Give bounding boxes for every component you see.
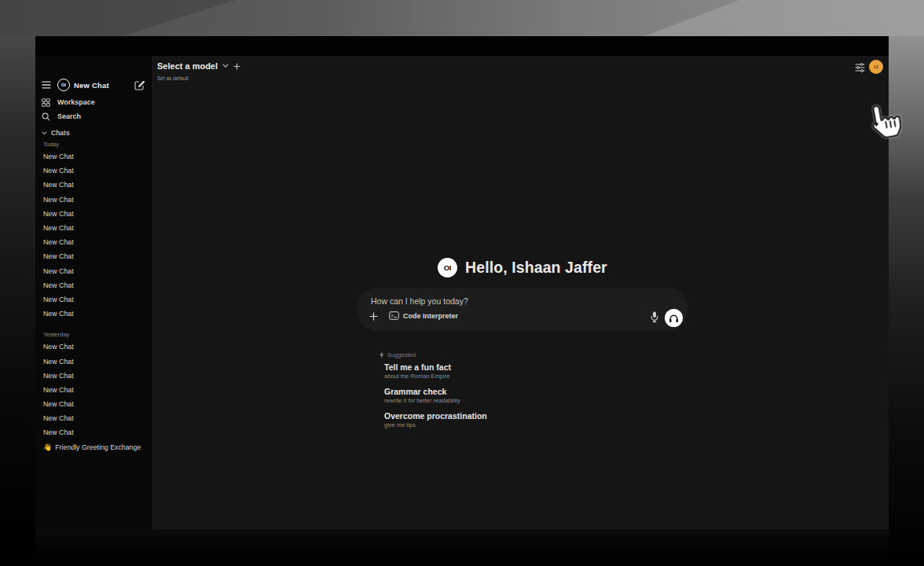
suggested-prompt-subtitle: rewrite it for better readability <box>384 397 487 404</box>
chat-group-label: Today <box>35 139 152 149</box>
chat-list-item[interactable]: New Chat <box>35 164 152 178</box>
dictate-button[interactable] <box>649 310 659 323</box>
suggested-prompt[interactable]: Grammar check rewrite it for better read… <box>384 387 487 404</box>
chat-list-item[interactable]: New Chat <box>35 307 152 321</box>
workspace-label: Workspace <box>57 98 95 106</box>
suggested-prompt-subtitle: give me tips <box>384 421 487 428</box>
suggested-prompt[interactable]: Overcome procrastination give me tips <box>384 411 487 428</box>
code-interpreter-toggle[interactable]: Code Interpreter <box>383 309 464 322</box>
composer-placeholder[interactable]: How can I help you today? <box>371 296 468 306</box>
workspace-grid-icon <box>42 98 50 107</box>
attach-button[interactable] <box>368 311 379 322</box>
app-titlebar <box>35 36 889 56</box>
chat-list-item[interactable]: New Chat <box>35 193 152 207</box>
chat-list-item[interactable]: New Chat <box>35 235 152 249</box>
chevron-down-icon <box>222 64 229 68</box>
chat-list-item[interactable]: New Chat <box>35 425 152 439</box>
desktop-background-left <box>0 36 35 566</box>
bolt-icon <box>380 351 384 358</box>
suggested-prompt[interactable]: Tell me a fun fact about the Roman Empir… <box>384 362 487 380</box>
plus-icon <box>369 312 378 321</box>
main-area: Select a model Set as default IJ <box>152 56 889 529</box>
chat-list-item[interactable]: New Chat <box>35 411 152 425</box>
suggested-prompt-subtitle: about the Roman Empire <box>384 373 487 380</box>
chat-list-item[interactable]: New Chat <box>35 149 152 164</box>
named-chat-label: Friendly Greeting Exchange <box>55 443 141 451</box>
terminal-icon <box>389 311 399 320</box>
add-model-icon[interactable] <box>233 63 240 70</box>
sidebar-title: New Chat <box>74 81 109 90</box>
voice-call-button[interactable] <box>665 309 683 327</box>
new-chat-button[interactable] <box>133 79 145 91</box>
chat-list-item[interactable]: New Chat <box>35 207 152 221</box>
headphones-icon <box>669 314 679 323</box>
chat-list-item[interactable]: New Chat <box>35 292 152 307</box>
app-logo-icon: OI <box>438 258 457 277</box>
search-icon <box>42 112 50 121</box>
sidebar: OI New Chat Workspace <box>35 56 152 529</box>
app-window: OI New Chat Workspace <box>35 36 889 529</box>
wave-emoji: 👋 <box>43 443 52 451</box>
sidebar-toggle-icon[interactable] <box>41 79 52 90</box>
chat-list-item[interactable]: New Chat <box>35 354 152 368</box>
suggested-header: Suggested <box>380 351 416 358</box>
chat-list-item-named[interactable]: 👋 Friendly Greeting Exchange <box>35 440 152 454</box>
set-as-default-button[interactable]: Set as default <box>157 75 189 81</box>
sidebar-item-search[interactable]: Search <box>42 111 81 122</box>
microphone-icon <box>651 311 658 322</box>
greeting-block: OI Hello, Ishaan Jaffer <box>438 258 607 277</box>
chat-list-item[interactable]: New Chat <box>35 178 152 192</box>
greeting-text: Hello, Ishaan Jaffer <box>465 259 607 277</box>
chat-list-item[interactable]: New Chat <box>35 383 152 397</box>
screen: OI New Chat Workspace <box>0 0 924 566</box>
chat-list-item[interactable]: New Chat <box>35 340 152 354</box>
code-interpreter-label: Code Interpreter <box>403 312 458 320</box>
chat-list: Today New Chat New Chat New Chat New Cha… <box>35 139 152 454</box>
chat-list-item[interactable]: New Chat <box>35 397 152 411</box>
app-logo-icon: OI <box>57 79 70 91</box>
cursor-pointer <box>864 98 907 148</box>
chats-section-label: Chats <box>51 129 70 137</box>
chat-list-item[interactable]: New Chat <box>35 369 152 383</box>
chat-list-item[interactable]: New Chat <box>35 264 152 278</box>
chat-list-item[interactable]: New Chat <box>35 249 152 263</box>
chat-list-item[interactable]: New Chat <box>35 221 152 235</box>
model-selector[interactable]: Select a model <box>157 61 240 71</box>
adjustments-icon <box>855 63 865 72</box>
chat-list-item[interactable]: New Chat <box>35 278 152 292</box>
suggested-prompt-title: Overcome procrastination <box>384 411 487 421</box>
suggested-list: Tell me a fun fact about the Roman Empir… <box>384 362 487 436</box>
avatar-initials: IJ <box>874 64 878 69</box>
app-logo-text: OI <box>61 83 66 87</box>
search-label: Search <box>57 112 81 120</box>
suggested-prompt-title: Tell me a fun fact <box>384 362 487 373</box>
user-avatar[interactable]: IJ <box>869 60 883 74</box>
sidebar-item-workspace[interactable]: Workspace <box>42 97 95 108</box>
chevron-down-icon <box>42 131 47 135</box>
chat-group-label: Yesterday <box>35 329 152 340</box>
suggested-prompt-title: Grammar check <box>384 387 487 397</box>
message-composer[interactable]: How can I help you today? Code Interpret… <box>358 288 688 331</box>
suggested-label: Suggested <box>387 351 416 358</box>
app-logo-text: OI <box>444 263 451 272</box>
chat-controls-button[interactable] <box>853 61 866 74</box>
sidebar-home-link[interactable]: OI New Chat <box>57 79 109 91</box>
desktop-background-bottom <box>35 529 889 566</box>
model-selector-label: Select a model <box>157 61 218 71</box>
chats-section-toggle[interactable]: Chats <box>42 128 70 138</box>
